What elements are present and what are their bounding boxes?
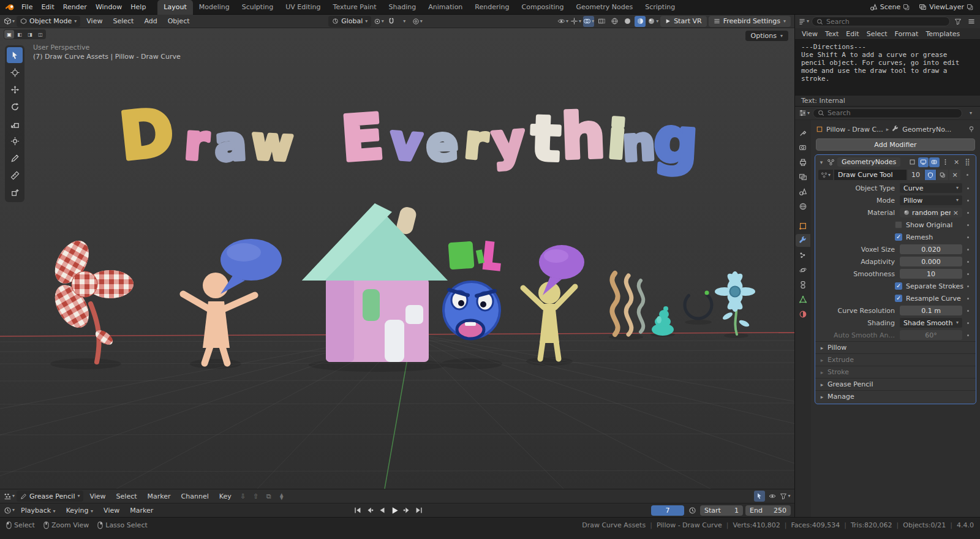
annotate-tool[interactable]	[7, 150, 23, 166]
animate-dot[interactable]	[962, 174, 973, 176]
measure-tool[interactable]	[7, 167, 23, 183]
curve-resolution-field[interactable]: 0.1 m	[900, 306, 962, 315]
scene-title-object[interactable]: D r a w E v e r y t h i n g	[116, 94, 700, 177]
shading-solid-icon[interactable]	[622, 16, 633, 27]
tab-tool[interactable]	[796, 126, 810, 139]
display-editmode-icon[interactable]	[907, 157, 918, 167]
squiggle-strokes-object[interactable]	[612, 273, 643, 334]
menu-file[interactable]: File	[17, 2, 37, 12]
pin-icon[interactable]	[968, 126, 975, 133]
workspace-tab-scripting[interactable]: Scripting	[639, 0, 681, 15]
tab-material[interactable]	[796, 307, 810, 320]
display-render-icon[interactable]	[929, 157, 940, 167]
jump-next-keyframe-button[interactable]	[401, 505, 412, 516]
gingham-flower-object[interactable]	[48, 235, 134, 362]
shading-rendered-icon[interactable]: ▾	[647, 16, 658, 27]
house-object[interactable]	[302, 203, 448, 362]
menu-viewport-object[interactable]: Object	[164, 16, 194, 26]
frame-end-field[interactable]: End250	[745, 505, 791, 516]
blue-speech-bubble-object[interactable]	[221, 239, 282, 294]
menu-text-format[interactable]: Format	[892, 29, 922, 39]
menu-text-view[interactable]: View	[799, 29, 821, 39]
material-field[interactable]: random per ... ×	[900, 208, 962, 217]
green-square-object[interactable]	[448, 241, 475, 270]
select-mode-subtract-icon[interactable]: ◨	[25, 30, 35, 39]
object-visibility-icon[interactable]: ▾	[557, 16, 568, 27]
animate-dot[interactable]	[962, 334, 973, 336]
select-box-tool[interactable]	[7, 47, 23, 63]
snap-settings-chevron-icon[interactable]: ▾	[399, 16, 410, 27]
cursor-tool[interactable]	[7, 64, 23, 80]
tab-world[interactable]	[796, 200, 810, 213]
jump-to-start-button[interactable]	[352, 505, 363, 516]
rotate-tool[interactable]	[7, 99, 23, 115]
freebird-settings-dropdown[interactable]: Freebird Settings ▾	[709, 16, 791, 27]
gizmos-icon[interactable]: ▾	[570, 16, 581, 27]
fake-user-shield-icon[interactable]	[925, 170, 936, 180]
proportional-editing-icon[interactable]: ▾	[412, 16, 423, 27]
modifier-name-field[interactable]: GeometryNodes	[837, 157, 900, 167]
unlink-node-group-icon[interactable]: ×	[949, 170, 960, 180]
dopesheet-mode-dropdown[interactable]: Grease Pencil ▾	[17, 491, 83, 502]
menu-dope-channel[interactable]: Channel	[177, 491, 213, 502]
blue-flower-object[interactable]	[715, 271, 755, 334]
3d-viewport[interactable]: D r a w E v e r y t h i n g	[0, 28, 794, 489]
dark-loop-object[interactable]	[679, 286, 717, 324]
only-selected-channels-icon[interactable]	[754, 491, 765, 502]
auto-keying-clock-icon[interactable]	[687, 505, 698, 516]
animate-dot[interactable]	[962, 310, 973, 312]
menu-text-select[interactable]: Select	[864, 29, 891, 39]
blender-logo-icon[interactable]	[4, 2, 16, 12]
properties-search-input[interactable]	[827, 109, 957, 117]
text-search-box[interactable]	[812, 17, 950, 26]
mode-dropdown-field[interactable]: Pillow▾	[900, 195, 962, 205]
subpanel-manage[interactable]: ▸ Manage	[815, 390, 976, 402]
menu-playback[interactable]: Playback ▾	[17, 505, 60, 516]
editor-type-text-icon[interactable]: ▾	[798, 16, 809, 27]
animate-dot[interactable]	[962, 285, 973, 287]
node-group-name-field[interactable]: Draw Curve Tool	[834, 170, 907, 180]
select-mode-extend-icon[interactable]: ◧	[15, 30, 24, 39]
animate-dot[interactable]	[962, 322, 973, 324]
unlink-material-icon[interactable]: ×	[953, 209, 959, 217]
start-vr-button[interactable]: Start VR	[660, 16, 707, 27]
push-down-action-icon[interactable]: ⇩	[238, 491, 249, 502]
yellow-person-object[interactable]	[523, 282, 575, 359]
remesh-checkbox[interactable]: Remesh	[895, 233, 962, 241]
transform-tool[interactable]	[7, 133, 23, 149]
drag-handle-icon[interactable]: ⣿	[962, 157, 973, 167]
show-hidden-icon[interactable]	[767, 491, 778, 502]
display-realtime-icon[interactable]	[918, 157, 929, 167]
workspace-tab-rendering[interactable]: Rendering	[469, 0, 515, 15]
blue-face-object[interactable]	[443, 282, 500, 339]
menu-viewport-select[interactable]: Select	[108, 16, 138, 26]
menu-text-edit[interactable]: Edit	[843, 29, 862, 39]
workspace-tab-uv-editing[interactable]: UV Editing	[279, 0, 326, 15]
properties-options-chevron-icon[interactable]: ▾	[965, 108, 976, 119]
text-filter-icon[interactable]	[952, 16, 963, 27]
text-editor-body[interactable]: ---Directions--- Use Shift A to add a cu…	[795, 40, 980, 95]
menu-dope-key[interactable]: Key	[215, 491, 236, 502]
menu-edit[interactable]: Edit	[37, 2, 58, 12]
shading-dropdown[interactable]: Shade Smooth▾	[900, 318, 962, 328]
play-button[interactable]	[389, 505, 400, 516]
peach-person-object[interactable]	[183, 273, 255, 363]
workspace-tab-compositing[interactable]: Compositing	[516, 0, 570, 15]
animate-dot[interactable]	[962, 187, 973, 189]
text-options-icon[interactable]	[966, 16, 977, 27]
move-tool[interactable]	[7, 81, 23, 97]
add-primitive-tool[interactable]	[7, 184, 23, 200]
workspace-tab-sculpting[interactable]: Sculpting	[236, 0, 279, 15]
workspace-tab-modeling[interactable]: Modeling	[193, 0, 236, 15]
tab-physics[interactable]	[796, 263, 810, 276]
tab-object-data[interactable]	[796, 293, 810, 306]
tab-modifiers[interactable]	[796, 234, 810, 247]
scene-selector[interactable]: Scene	[870, 3, 911, 11]
select-mode-intersect-icon[interactable]: ◫	[36, 30, 45, 39]
menu-viewport-view[interactable]: View	[82, 16, 107, 26]
menu-text-text[interactable]: Text	[822, 29, 842, 39]
options-dropdown[interactable]: Options▾	[745, 31, 788, 41]
menu-viewport-add[interactable]: Add	[140, 16, 161, 26]
animate-dot[interactable]	[962, 249, 973, 251]
select-mode-set-icon[interactable]: ▣	[4, 30, 14, 39]
